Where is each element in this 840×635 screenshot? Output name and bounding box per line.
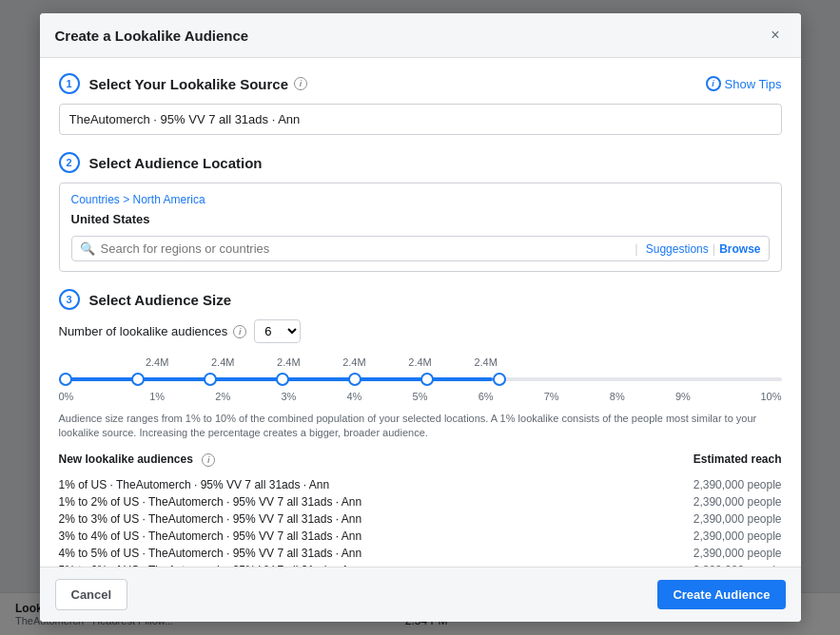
pct-2: 2% <box>190 391 256 402</box>
table-header-right: Estimated reach <box>630 452 782 467</box>
slider-val-8 <box>584 356 650 368</box>
step2-circle: 2 <box>59 152 80 173</box>
audience-label: 3% to 4% of US · TheAutomerch · 95% VV 7… <box>59 529 630 543</box>
step2-section: 2 Select Audience Location Countries > N… <box>59 152 782 272</box>
audience-row: 1% of US · TheAutomerch · 95% VV 7 all 3… <box>59 476 782 493</box>
show-tips-link[interactable]: i Show Tips <box>706 76 782 91</box>
show-tips-label: Show Tips <box>725 77 782 91</box>
browse-link[interactable]: Browse <box>719 242 760 256</box>
source-input[interactable] <box>59 104 782 135</box>
audience-label: 1% of US · TheAutomerch · 95% VV 7 all 3… <box>59 478 630 491</box>
slider-val-1: 2.4M <box>125 356 190 368</box>
slider-val-5: 2.4M <box>387 356 453 368</box>
step1-section: 1 Select Your Lookalike Source i i Show … <box>59 73 782 135</box>
modal-body: 1 Select Your Lookalike Source i i Show … <box>40 58 801 567</box>
audience-label: 2% to 3% of US · TheAutomerch · 95% VV 7… <box>59 512 630 526</box>
audience-label: 4% to 5% of US · TheAutomerch · 95% VV 7… <box>59 547 630 560</box>
show-tips-icon: i <box>706 76 721 91</box>
step3-section: 3 Select Audience Size Number of lookali… <box>59 289 782 567</box>
selected-location: United States <box>71 212 770 226</box>
modal-header: Create a Lookalike Audience × <box>40 13 801 58</box>
create-lookalike-modal: Create a Lookalike Audience × 1 Select Y… <box>40 13 801 622</box>
pct-5: 5% <box>387 391 453 402</box>
location-search-row: 🔍 | Suggestions | Browse <box>71 236 770 261</box>
count-row: Number of lookalike audiences i 6 1 2 3 … <box>59 319 782 343</box>
count-label: Number of lookalike audiences <box>59 324 228 338</box>
slider-val-0 <box>59 356 125 368</box>
slider-thumb-3[interactable] <box>276 373 289 386</box>
slider-val-4: 2.4M <box>322 356 387 368</box>
reach-value: 2,390,000 people <box>630 512 782 526</box>
audience-row: 3% to 4% of US · TheAutomerch · 95% VV 7… <box>59 528 782 545</box>
step2-title: Select Audience Location <box>89 155 263 171</box>
slider-thumb-2[interactable] <box>204 373 217 386</box>
count-select[interactable]: 6 1 2 3 4 5 7 8 9 10 <box>254 319 301 343</box>
search-icon: 🔍 <box>80 241 95 256</box>
location-search-input[interactable] <box>101 241 628 256</box>
pct-0: 0% <box>59 391 125 402</box>
step1-header: 1 Select Your Lookalike Source i i Show … <box>59 73 782 94</box>
pct-4: 4% <box>322 391 387 402</box>
slider-val-9 <box>650 356 715 368</box>
pct-1: 1% <box>125 391 190 402</box>
slider-thumb-1[interactable] <box>131 373 145 386</box>
audience-label: 1% to 2% of US · TheAutomerch · 95% VV 7… <box>59 495 630 509</box>
pct-10: 10% <box>715 391 781 402</box>
slider-thumb-5[interactable] <box>420 373 434 386</box>
create-audience-button[interactable]: Create Audience <box>657 580 785 609</box>
divider2: | <box>713 241 715 256</box>
reach-value: 2,390,000 people <box>630 547 782 560</box>
audience-row: 4% to 5% of US · TheAutomerch · 95% VV 7… <box>59 545 782 562</box>
step3-circle: 3 <box>59 289 80 310</box>
modal-title: Create a Lookalike Audience <box>55 28 249 44</box>
pct-7: 7% <box>518 391 584 402</box>
modal-footer: Cancel Create Audience <box>40 567 801 622</box>
slider-val-6: 2.4M <box>453 356 518 368</box>
slider-value-labels: 2.4M 2.4M 2.4M 2.4M 2.4M 2.4M <box>59 356 782 368</box>
slider-track <box>59 377 782 381</box>
modal-close-button[interactable]: × <box>765 25 785 46</box>
slider-val-2: 2.4M <box>190 356 256 368</box>
step2-header: 2 Select Audience Location <box>59 152 782 173</box>
pct-9: 9% <box>650 391 715 402</box>
pct-8: 8% <box>584 391 650 402</box>
slider-thumb-6[interactable] <box>493 373 506 386</box>
count-info-icon[interactable]: i <box>233 325 246 338</box>
audience-rows: 1% of US · TheAutomerch · 95% VV 7 all 3… <box>59 476 782 567</box>
step3-title: Select Audience Size <box>89 292 232 308</box>
reach-value: 2,390,000 people <box>630 529 782 543</box>
step1-circle: 1 <box>59 73 80 94</box>
slider-val-7 <box>518 356 584 368</box>
step1-info-icon[interactable]: i <box>294 77 307 90</box>
slider-container[interactable] <box>59 377 782 381</box>
table-header-left: New lookalike audiences i <box>59 452 630 467</box>
reach-value: 2,390,000 people <box>630 495 782 509</box>
reach-value: 2,390,000 people <box>630 478 782 491</box>
slider-percent-labels: 0% 1% 2% 3% 4% 5% 6% 7% 8% 9% 10% <box>59 391 782 402</box>
slider-thumb-0[interactable] <box>59 373 72 386</box>
search-divider: | <box>635 241 637 256</box>
pct-6: 6% <box>453 391 518 402</box>
slider-val-3: 2.4M <box>256 356 322 368</box>
audiences-table: New lookalike audiences i Estimated reac… <box>59 452 782 567</box>
location-breadcrumb[interactable]: Countries > North America <box>71 193 770 206</box>
table-info-icon[interactable]: i <box>202 453 215 467</box>
size-section: Number of lookalike audiences i 6 1 2 3 … <box>59 319 782 567</box>
slider-val-10 <box>715 356 781 368</box>
step3-header: 3 Select Audience Size <box>59 289 782 310</box>
suggestions-link[interactable]: Suggestions <box>646 242 709 256</box>
cancel-button[interactable]: Cancel <box>55 579 128 610</box>
step1-title: Select Your Lookalike Source <box>89 76 289 92</box>
location-box: Countries > North America United States … <box>59 183 782 272</box>
audience-row: 2% to 3% of US · TheAutomerch · 95% VV 7… <box>59 510 782 528</box>
slider-thumb-4[interactable] <box>348 373 361 386</box>
pct-3: 3% <box>256 391 322 402</box>
table-header: New lookalike audiences i Estimated reac… <box>59 452 782 471</box>
audience-row: 1% to 2% of US · TheAutomerch · 95% VV 7… <box>59 493 782 510</box>
audience-note: Audience size ranges from 1% to 10% of t… <box>59 412 782 441</box>
